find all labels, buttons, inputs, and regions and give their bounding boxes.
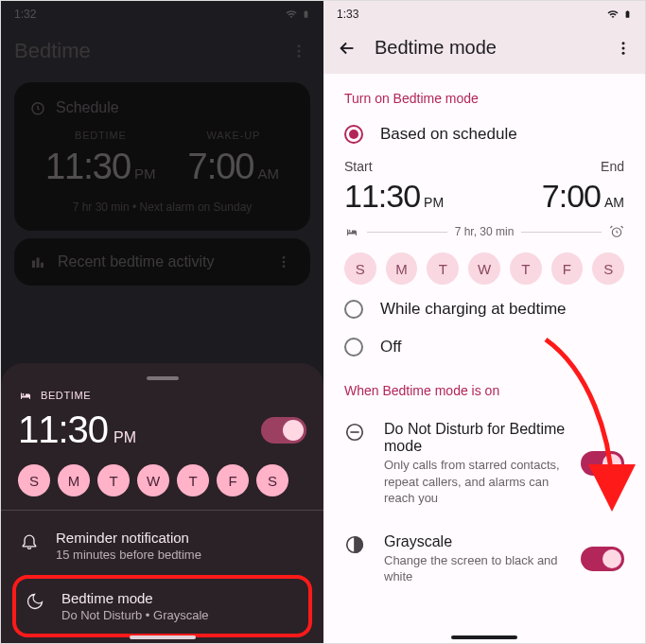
drag-handle[interactable] <box>147 376 179 380</box>
grayscale-row[interactable]: Grayscale Change the screen to black and… <box>323 520 645 599</box>
day-selector: S M T W T F S <box>18 464 306 496</box>
wifi-icon <box>606 9 620 20</box>
schedule-footnote: 7 hr 30 min • Next alarm on Sunday <box>29 200 295 214</box>
duration-text: 7 hr, 30 min <box>455 225 515 238</box>
end-time-picker[interactable]: 7:00 AM <box>542 178 624 215</box>
end-label: End <box>542 159 624 174</box>
page-title: Bedtime <box>14 39 91 63</box>
status-bar: 1:32 <box>1 1 323 27</box>
svg-point-9 <box>283 265 286 268</box>
wifi-icon <box>285 9 298 20</box>
battery-icon <box>623 8 632 21</box>
radio-selected-icon <box>344 125 363 144</box>
day-f[interactable]: F <box>217 464 249 496</box>
clock-app-bedtime-screen: 1:32 Bedtime <box>1 1 323 643</box>
svg-rect-5 <box>37 258 40 269</box>
svg-rect-4 <box>32 261 35 269</box>
reminder-row[interactable]: Reminder notification 15 minutes before … <box>18 516 306 575</box>
dnd-sub: Only calls from starred contacts, repeat… <box>384 457 566 507</box>
bedtime-label: BEDTIME <box>45 130 156 141</box>
svg-point-13 <box>622 51 625 54</box>
more-icon[interactable] <box>615 40 632 57</box>
nav-handle[interactable] <box>130 635 196 639</box>
contrast-icon <box>344 534 369 555</box>
day-t2[interactable]: T <box>177 464 209 496</box>
day-s2[interactable]: S <box>256 464 288 496</box>
radio-off[interactable]: Off <box>323 328 645 366</box>
day-s2[interactable]: S <box>592 252 624 285</box>
day-selector: S M T W T F S <box>323 241 645 290</box>
bed-icon <box>344 226 359 237</box>
bedtime-mode-row[interactable]: Bedtime mode Do Not Disturb • Grayscale <box>18 583 306 630</box>
bedtime-mode-settings-screen: 1:33 Bedtime mode <box>323 1 645 643</box>
grayscale-sub: Change the screen to black and white <box>384 552 566 585</box>
recent-activity-card[interactable]: Recent bedtime activity <box>14 238 310 286</box>
day-w[interactable]: W <box>137 464 169 496</box>
svg-point-0 <box>298 44 301 47</box>
section-when-on: When Bedtime mode is on <box>323 366 645 408</box>
status-time: 1:33 <box>337 8 358 21</box>
svg-point-11 <box>622 42 625 44</box>
start-time-picker[interactable]: 11:30 PM <box>344 178 444 215</box>
reminder-sub: 15 minutes before bedtime <box>56 548 305 562</box>
bedtime-bottom-sheet: BEDTIME 11:30 PM S M T W T F S <box>1 363 323 643</box>
radio-while-charging[interactable]: While charging at bedtime <box>323 290 645 328</box>
bell-icon <box>20 531 41 550</box>
moon-icon <box>26 592 46 611</box>
day-w[interactable]: W <box>468 252 500 285</box>
svg-point-12 <box>622 46 625 49</box>
svg-point-10 <box>23 393 25 395</box>
bedtime-time-picker[interactable]: 11:30 PM <box>18 409 136 451</box>
dnd-icon <box>344 422 369 443</box>
bedtime-toggle[interactable] <box>261 417 306 444</box>
more-icon[interactable] <box>288 43 310 60</box>
svg-point-1 <box>298 50 301 53</box>
start-label: Start <box>344 159 444 174</box>
page-title: Bedtime mode <box>375 37 497 59</box>
more-icon[interactable] <box>272 254 295 270</box>
mode-sub: Do Not Disturb • Grayscale <box>61 608 299 622</box>
svg-point-7 <box>283 256 286 259</box>
day-t2[interactable]: T <box>510 252 542 285</box>
battery-icon <box>302 8 310 21</box>
section-turn-on: Turn on Bedtime mode <box>323 74 645 115</box>
day-f[interactable]: F <box>551 252 584 285</box>
wakeup-time: 7:00 <box>188 147 254 187</box>
nav-handle[interactable] <box>451 635 517 639</box>
svg-point-8 <box>283 261 286 264</box>
svg-rect-6 <box>41 263 44 268</box>
svg-point-2 <box>298 55 301 58</box>
radio-based-on-schedule[interactable]: Based on schedule <box>323 115 645 153</box>
grayscale-toggle[interactable] <box>581 547 624 571</box>
duration-row: 7 hr, 30 min <box>323 215 645 241</box>
alarm-icon <box>609 224 624 239</box>
bedtime-time: 11:30 <box>45 147 131 187</box>
wakeup-label: WAKE-UP <box>188 130 279 141</box>
grayscale-title: Grayscale <box>384 533 566 550</box>
day-s[interactable]: S <box>18 464 50 496</box>
day-m[interactable]: M <box>386 252 418 285</box>
bed-icon <box>18 390 33 401</box>
bedtime-section-label: BEDTIME <box>41 390 91 401</box>
dnd-title: Do Not Disturb for Bedtime mode <box>384 421 566 455</box>
dnd-toggle[interactable] <box>581 451 624 476</box>
back-icon[interactable] <box>337 38 358 59</box>
mode-title: Bedtime mode <box>61 590 299 606</box>
day-t[interactable]: T <box>427 252 459 285</box>
chart-icon <box>29 253 46 270</box>
day-s[interactable]: S <box>344 252 376 285</box>
radio-unselected-icon <box>344 338 363 357</box>
reminder-title: Reminder notification <box>56 530 305 546</box>
day-m[interactable]: M <box>58 464 90 496</box>
radio-unselected-icon <box>344 300 363 319</box>
dnd-row[interactable]: Do Not Disturb for Bedtime mode Only cal… <box>323 408 645 520</box>
annotation-highlight: Bedtime mode Do Not Disturb • Grayscale <box>12 575 312 637</box>
clock-schedule-icon <box>29 99 46 116</box>
svg-point-14 <box>349 230 351 232</box>
bedtime-ampm: PM <box>134 165 156 182</box>
status-bar: 1:33 <box>323 1 645 27</box>
status-time: 1:32 <box>14 8 36 21</box>
activity-label: Recent bedtime activity <box>58 253 214 270</box>
schedule-card[interactable]: Schedule BEDTIME 11:30 PM WAKE-UP 7:00 <box>14 82 310 231</box>
day-t[interactable]: T <box>97 464 130 496</box>
